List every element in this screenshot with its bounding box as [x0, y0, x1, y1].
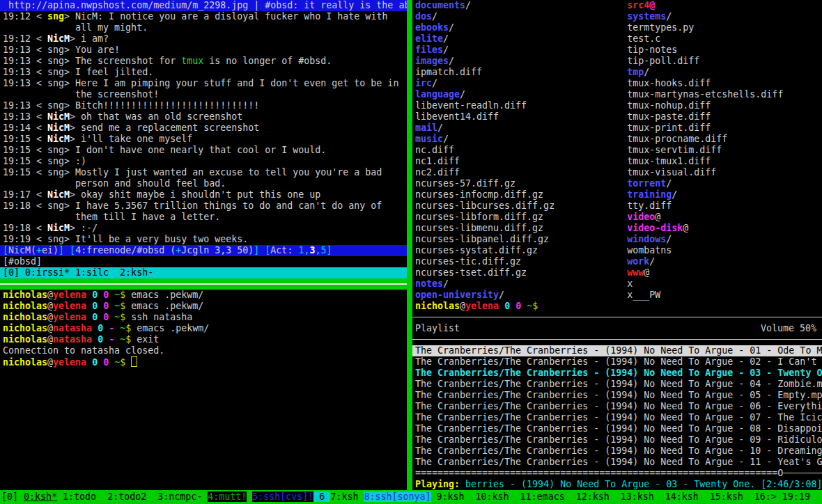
right-pane[interactable]: documents/ src4@dos/ systems/ebooks/ ter… [412, 0, 822, 490]
screen-status-bar: [0] 0:ksh* 1:todo 2:todo2 3:ncmpc- 4:mut… [0, 490, 822, 504]
playlist-row[interactable]: The Cranberries/The Cranberries - (1994)… [412, 434, 822, 446]
shell-line: nicholas@yelena 0 0 ~$ emacs .pekwm/ [3, 301, 407, 312]
screen-window-list: [0] 0:irssi* 1:silc 2:ksh- [0, 267, 407, 278]
irssi-topic-bar: http://apina.nwpshost.com/medium/m_2298.… [0, 0, 407, 11]
file-entry-row: ncurses-libmenu.diff.gz video-disk@ [415, 223, 822, 234]
chat-line: 19:15 < sng> I don't have one nearly tha… [3, 145, 407, 156]
file-entry-row: files/ tip-notes [415, 45, 822, 56]
ncmpc-header-rule [412, 334, 822, 345]
file-entry-row: language/ tmux-martynas-etcshells.diff [415, 89, 822, 100]
playlist-row[interactable]: The Cranberries/The Cranberries - (1994)… [412, 379, 822, 390]
file-entry-row: music/ tmux-procname.diff [415, 134, 822, 145]
column-gap [454, 145, 627, 155]
column-gap [460, 156, 627, 166]
column-gap [555, 200, 627, 211]
playlist-row[interactable]: The Cranberries/The Cranberries - (1994)… [412, 412, 822, 423]
divider-rule [412, 339, 822, 340]
file-entry-row: ncurses-57.diff.gz torrent/ [415, 178, 822, 189]
chat-line: 19:13 < sng> You are! [3, 45, 407, 56]
file-entry-row: irc/ tmux-hooks.diff [415, 78, 822, 89]
column-gap [543, 212, 627, 222]
shell-line: nicholas@yelena 0 0 ~$ emacs .pekwm/ [3, 290, 407, 301]
chat-line: 19:13 < NicM> oh that was an old screens… [3, 111, 407, 123]
playlist-row[interactable]: The Cranberries/The Cranberries - (1994)… [412, 446, 822, 457]
column-gap [543, 189, 627, 200]
chat-line: 19:15 < sng> :) [3, 156, 407, 167]
shell-line: nicholas@natasha 0 - ~$ exit [3, 334, 407, 345]
playlist-row[interactable]: The Cranberries/The Cranberries - (1994)… [412, 345, 822, 356]
chat-line: 19:12 < NicM> i am? [3, 33, 407, 45]
file-entry-row: ipmatch.diff tmp/ [415, 67, 822, 78]
column-gap [471, 0, 627, 10]
column-gap [460, 167, 627, 178]
irssi-pane[interactable]: http://apina.nwpshost.com/medium/m_2298.… [0, 0, 407, 490]
column-gap [449, 33, 627, 44]
ncmpc-title: Playlist [415, 323, 460, 334]
chat-line: 19:18 < sng> I have 5.3567 trillion thin… [3, 200, 407, 212]
ncmpc-playlist[interactable]: The Cranberries/The Cranberries - (1994)… [415, 345, 822, 468]
column-gap [482, 67, 627, 77]
chat-line: them till I have a letter. [3, 212, 407, 223]
column-gap [504, 290, 627, 300]
chat-line: 19:14 < NicM> send me a replacement scre… [3, 123, 407, 134]
column-gap [515, 178, 627, 189]
chat-line: 19:13 < sng> The screenshot for tmux is … [3, 56, 407, 67]
divider-rule [412, 317, 822, 317]
file-entry-row: libevent-readln.diff tmux-nohup.diff [415, 100, 822, 111]
playlist-row[interactable]: The Cranberries/The Cranberries - (1994)… [412, 423, 822, 434]
chat-line: all my might. [3, 22, 407, 33]
file-entry-row: notes/ x [415, 278, 822, 290]
file-entry-row: ncurses-libcurses.diff.gz tty.diff [415, 200, 822, 212]
chat-line: 19:15 < sng> Mostly I just wanted an exc… [3, 167, 407, 178]
column-gap [437, 78, 627, 88]
file-entry-row: libevent14.diff tmux-paste.diff [415, 111, 822, 123]
file-entry-row: images/ tip-poll.diff [415, 56, 822, 67]
file-entry-row: elite/ test.c [415, 33, 822, 45]
column-gap [449, 134, 627, 144]
terminal-cursor [131, 356, 137, 367]
ncmpc-pane[interactable]: Playlist Volume 50% The Cranberries/The … [415, 323, 822, 490]
file-entry-row: nc2.diff tmux-visual.diff [415, 167, 822, 178]
ncmpc-title-bar: Playlist Volume 50% [415, 323, 822, 334]
column-gap [449, 45, 627, 55]
file-entry-row: ncurses-infocmp.diff.gz training/ [415, 189, 822, 200]
column-gap [521, 256, 627, 267]
column-gap [437, 11, 627, 22]
pane-divider-vertical[interactable] [407, 0, 412, 490]
column-gap [499, 111, 627, 122]
file-listing-pane[interactable]: documents/ src4@dos/ systems/ebooks/ ter… [415, 0, 822, 301]
column-gap [538, 245, 627, 255]
playlist-row[interactable]: The Cranberries/The Cranberries - (1994)… [412, 401, 822, 412]
shell-line: Connection to natasha closed. [3, 345, 407, 356]
shell-pane[interactable]: nicholas@yelena 0 0 ~$ emacs .pekwm/nich… [3, 290, 407, 368]
terminal-screen: { "irssi": { "topic": " http://apina.nwp… [0, 0, 822, 504]
column-gap [543, 223, 627, 233]
chat-line: 19:12 < sng> NicM: I notice you are a di… [3, 11, 407, 22]
irssi-input-line[interactable]: [#obsd] [3, 256, 407, 267]
shell-line: nicholas@yelena 0 0 ~$ ssh natasha [3, 312, 407, 323]
column-gap [527, 267, 627, 278]
file-entry-row: documents/ src4@ [415, 0, 822, 11]
pane-divider-horizontal[interactable] [412, 312, 822, 323]
chat-line: 19:18 < NicM> :-/ [3, 223, 407, 234]
chat-line: 19:13 < sng> Bitch!!!!!!!!!!!!!!!!!!!!!!… [3, 100, 407, 111]
file-entry-row: mail/ tmux-print.diff [415, 123, 822, 134]
ncmpc-progress-bar[interactable]: ========================================… [415, 468, 822, 479]
chat-line: 19:13 < sng> Here I am pimping your stuf… [3, 78, 407, 89]
playlist-row[interactable]: The Cranberries/The Cranberries - (1994)… [412, 356, 822, 368]
file-entry-row: ncurses-tset.diff.gz www@ [415, 267, 822, 278]
file-entry-row: nc.diff tmux-servtim.diff [415, 145, 822, 156]
ncmpc-status-line: Playing: berries - (1994) No Need To Arg… [415, 479, 822, 490]
chat-line: 19:13 < sng> I feel jilted. [3, 67, 407, 78]
chat-line: 19:19 < sng> It'll be a very busy two we… [3, 234, 407, 245]
shell-line: nicholas@natasha 0 - ~$ emacs .pekwm/ [3, 323, 407, 334]
chat-line: the screenshot! [3, 89, 407, 100]
chat-line: person and should feel bad. [3, 178, 407, 189]
playlist-row[interactable]: The Cranberries/The Cranberries - (1994)… [412, 390, 822, 401]
playlist-row[interactable]: The Cranberries/The Cranberries - (1994)… [412, 457, 822, 468]
playlist-row[interactable]: The Cranberries/The Cranberries - (1994)… [412, 368, 822, 379]
column-gap [454, 22, 627, 33]
pane-divider-horizontal[interactable] [0, 278, 407, 290]
ncmpc-volume: Volume 50% [761, 323, 816, 334]
file-entry-row: ncurses-libform.diff.gz video@ [415, 212, 822, 223]
